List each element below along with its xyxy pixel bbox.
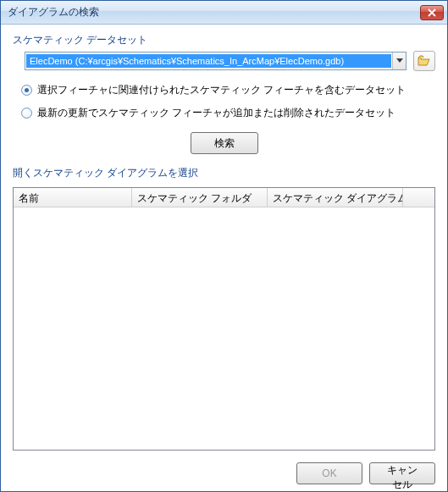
content-area: スケマティック データセット ElecDemo (C:¥arcgis¥Schem… — [1, 25, 447, 491]
column-spacer — [403, 188, 434, 207]
dataset-label: スケマティック データセット — [13, 33, 435, 47]
window-title: ダイアグラムの検索 — [8, 5, 420, 19]
dataset-row: ElecDemo (C:¥arcgis¥Schematics¥Schematic… — [25, 51, 435, 71]
browse-button[interactable] — [413, 51, 435, 71]
combobox-arrow[interactable] — [392, 53, 406, 69]
radio-associated-features[interactable]: 選択フィーチャに関連付けられたスケマティック フィーチャを含むデータセット — [21, 83, 435, 97]
radio-label-2: 最新の更新でスケマティック フィーチャが追加または削除されたデータセット — [37, 106, 395, 120]
chevron-down-icon — [396, 58, 403, 64]
search-button[interactable]: 検索 — [191, 132, 258, 154]
dataset-combobox[interactable]: ElecDemo (C:¥arcgis¥Schematics¥Schematic… — [25, 52, 407, 70]
folder-open-icon — [418, 55, 431, 67]
search-row: 検索 — [13, 132, 435, 154]
cancel-button[interactable]: キャンセル — [369, 462, 435, 484]
radio-icon — [21, 85, 32, 96]
radio-updated-features[interactable]: 最新の更新でスケマティック フィーチャが追加または削除されたデータセット — [21, 106, 435, 120]
column-name[interactable]: 名前 — [14, 188, 132, 207]
footer: OK キャンセル — [13, 459, 435, 484]
close-button[interactable] — [420, 5, 444, 20]
titlebar: ダイアグラムの検索 — [1, 1, 447, 25]
diagram-listview[interactable]: 名前 スケマティック フォルダ スケマティック ダイアグラム... — [13, 187, 435, 451]
column-template[interactable]: スケマティック ダイアグラム... — [268, 188, 403, 207]
radio-label-1: 選択フィーチャに関連付けられたスケマティック フィーチャを含むデータセット — [37, 83, 406, 97]
listview-label: 開くスケマティック ダイアグラムを選択 — [13, 166, 435, 180]
ok-button[interactable]: OK — [296, 462, 362, 484]
column-folder[interactable]: スケマティック フォルダ — [132, 188, 268, 207]
dataset-value: ElecDemo (C:¥arcgis¥Schematics¥Schematic… — [26, 54, 391, 68]
dialog-window: ダイアグラムの検索 スケマティック データセット ElecDemo (C:¥ar… — [0, 0, 448, 492]
listview-header: 名前 スケマティック フォルダ スケマティック ダイアグラム... — [14, 188, 434, 207]
close-icon — [428, 8, 436, 17]
radio-icon — [21, 108, 32, 119]
